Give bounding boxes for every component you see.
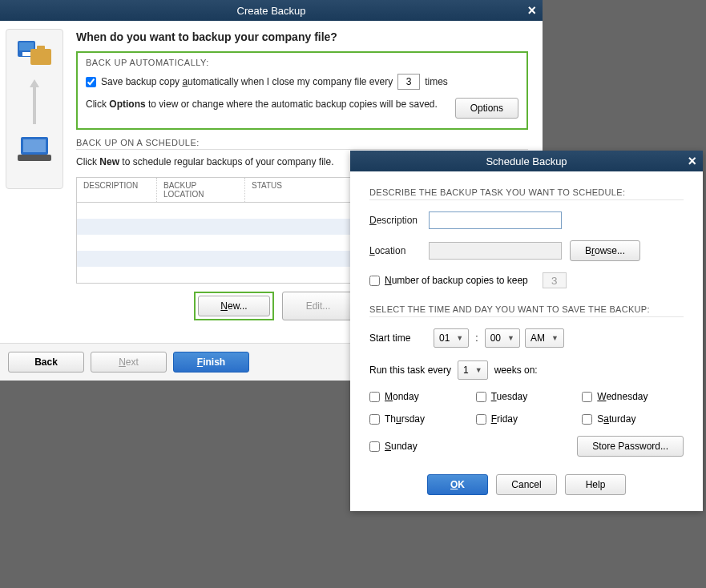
col-location: BACKUP LOCATION — [157, 178, 245, 202]
thursday-checkbox[interactable] — [369, 414, 380, 425]
day-thursday[interactable]: Thursday — [369, 413, 471, 425]
wednesday-checkbox[interactable] — [582, 392, 592, 402]
close-icon[interactable]: × — [527, 2, 536, 19]
next-button: Next — [91, 352, 167, 373]
help-button[interactable]: Help — [565, 474, 626, 495]
chevron-down-icon: ▼ — [551, 334, 559, 342]
keep-copies-input — [543, 272, 567, 288]
page-heading: When do you want to backup your company … — [76, 30, 528, 43]
hour-dropdown[interactable]: 01▼ — [434, 328, 469, 348]
day-wednesday[interactable]: Wednesday — [582, 391, 684, 402]
location-input — [429, 242, 562, 260]
new-button[interactable]: New... — [198, 296, 270, 316]
disk-briefcase-icon — [14, 38, 54, 70]
schedule-backup-window: Schedule Backup × DESCRIBE THE BACKUP TA… — [350, 151, 703, 511]
cancel-button[interactable]: Cancel — [496, 474, 557, 495]
col-description: DESCRIPTION — [77, 178, 157, 202]
auto-save-checkbox[interactable] — [86, 77, 96, 87]
svg-rect-6 — [23, 139, 46, 152]
edit-button: Edit... — [282, 292, 354, 320]
chevron-down-icon: ▼ — [475, 366, 482, 374]
description-input[interactable] — [429, 211, 562, 229]
options-button[interactable]: Options — [455, 98, 518, 119]
store-password-button[interactable]: Store Password... — [577, 436, 684, 457]
browse-button[interactable]: Browse... — [570, 240, 640, 261]
auto-group-title: BACK UP AUTOMATICALLY: — [86, 58, 518, 67]
keep-copies-checkbox[interactable] — [369, 276, 380, 286]
monday-checkbox[interactable] — [369, 392, 380, 402]
schedule-backup-title: Schedule Backup — [486, 155, 567, 167]
saturday-checkbox[interactable] — [582, 414, 592, 425]
auto-save-label: Save backup copy automatically when I cl… — [101, 76, 393, 87]
tuesday-checkbox[interactable] — [476, 392, 486, 402]
back-button[interactable]: Back — [8, 352, 84, 373]
chevron-down-icon: ▼ — [507, 334, 514, 342]
svg-rect-3 — [30, 49, 51, 65]
svg-rect-4 — [37, 46, 45, 50]
day-friday[interactable]: Friday — [476, 413, 578, 425]
times-suffix: times — [425, 76, 448, 87]
new-button-highlight: New... — [194, 292, 274, 320]
sunday-checkbox[interactable] — [369, 441, 380, 452]
finish-button[interactable]: Finish — [173, 352, 249, 373]
day-saturday[interactable]: Saturday — [582, 413, 684, 425]
create-backup-titlebar[interactable]: Create Backup × — [0, 0, 543, 21]
times-input[interactable] — [397, 74, 420, 90]
laptop-icon — [14, 134, 54, 166]
schedule-section-title: BACK UP ON A SCHEDULE: — [76, 138, 528, 150]
options-help-text: Click Options to view or change where th… — [86, 98, 439, 111]
minute-dropdown[interactable]: 00▼ — [485, 328, 520, 348]
close-icon[interactable]: × — [688, 153, 696, 170]
svg-rect-2 — [22, 52, 30, 56]
keep-copies-label: Number of backup copies to keep — [385, 275, 528, 286]
run-every-label: Run this task every — [369, 364, 451, 376]
schedule-backup-titlebar[interactable]: Schedule Backup × — [350, 151, 703, 171]
start-time-label: Start time — [369, 332, 429, 344]
day-sunday[interactable]: Sunday — [369, 436, 471, 457]
day-monday[interactable]: Monday — [369, 391, 471, 402]
run-every-suffix: weeks on: — [494, 364, 538, 376]
description-label: Description — [369, 215, 429, 226]
arrow-up-icon — [28, 78, 41, 126]
location-label: Location — [369, 245, 429, 256]
chevron-down-icon: ▼ — [456, 334, 463, 342]
create-backup-title: Create Backup — [237, 5, 306, 17]
backup-automatically-group: BACK UP AUTOMATICALLY: Save backup copy … — [76, 51, 528, 130]
time-section-title: SELECT THE TIME AND DAY YOU WANT TO SAVE… — [369, 304, 684, 317]
describe-section-title: DESCRIBE THE BACKUP TASK YOU WANT TO SCH… — [369, 187, 684, 200]
ampm-dropdown[interactable]: AM▼ — [525, 328, 564, 348]
svg-rect-7 — [18, 155, 51, 161]
friday-checkbox[interactable] — [476, 414, 486, 425]
weeks-dropdown[interactable]: 1▼ — [458, 360, 488, 380]
day-tuesday[interactable]: Tuesday — [476, 391, 578, 402]
wizard-sidebar — [0, 21, 68, 335]
ok-button[interactable]: OK — [427, 474, 488, 495]
